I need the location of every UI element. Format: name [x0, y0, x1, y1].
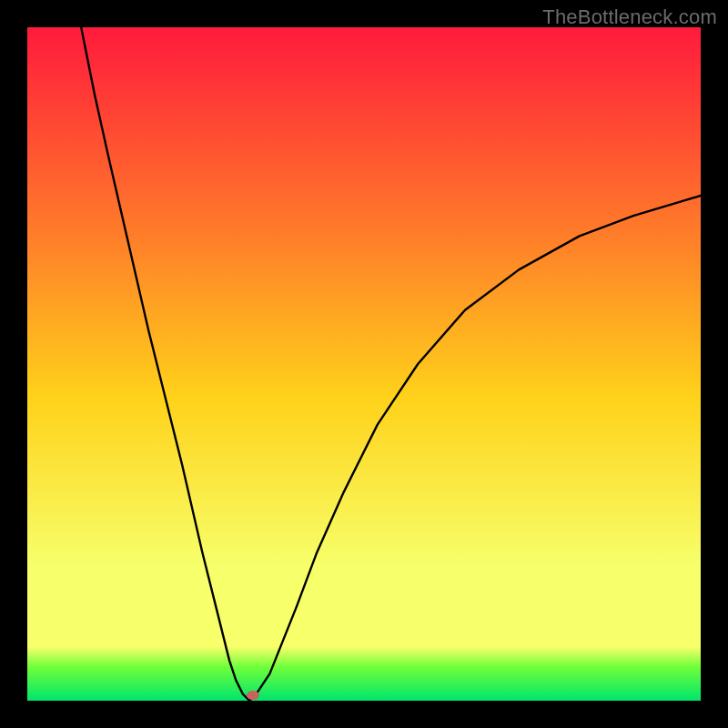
- plot-area: [27, 27, 701, 701]
- optimum-marker: [247, 691, 259, 700]
- chart-frame: TheBottleneck.com: [0, 0, 728, 728]
- watermark-text: TheBottleneck.com: [542, 5, 717, 29]
- curve-layer: [27, 27, 701, 701]
- bottleneck-curve: [81, 27, 701, 701]
